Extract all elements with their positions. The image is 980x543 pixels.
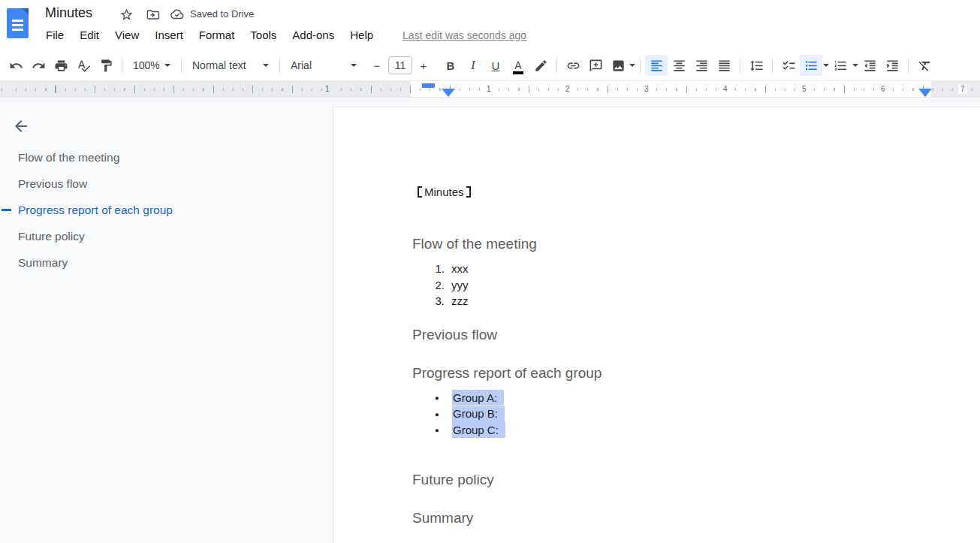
doc-heading-future[interactable]: Future policy	[412, 472, 494, 488]
doc-heading-flow[interactable]: Flow of the meeting	[412, 236, 537, 252]
chevron-down-icon[interactable]	[823, 64, 829, 67]
align-center-button[interactable]	[668, 55, 690, 76]
line-spacing-button[interactable]	[745, 55, 767, 76]
spellcheck-button[interactable]	[72, 55, 95, 76]
menu-tools[interactable]: Tools	[250, 29, 276, 41]
redo-icon	[32, 59, 46, 73]
spellcheck-icon	[77, 59, 91, 73]
left-bracket	[418, 186, 422, 198]
menu-insert[interactable]: Insert	[155, 29, 183, 41]
menu-bar: File Edit View Insert Format Tools Add-o…	[46, 29, 526, 41]
document-title[interactable]: Minutes	[45, 5, 92, 21]
insert-image-button[interactable]	[607, 55, 635, 76]
numbered-list-control[interactable]	[829, 55, 858, 76]
insert-link-button[interactable]	[562, 55, 584, 76]
add-comment-button[interactable]	[584, 55, 607, 76]
zoom-select[interactable]: 100%	[127, 55, 176, 76]
doc-intro-paragraph[interactable]: Minutes	[418, 186, 471, 198]
left-indent-marker[interactable]	[442, 89, 455, 97]
outline-item-flow[interactable]: Flow of the meeting	[0, 144, 285, 170]
outline-item-progress[interactable]: Progress report of each group	[0, 197, 285, 223]
separator	[122, 58, 122, 73]
list-item[interactable]: ● Group C:	[435, 422, 505, 439]
toolbar: 100% Normal text Arial − 11 + B I U A	[0, 50, 980, 81]
doc-heading-progress[interactable]: Progress report of each group	[412, 365, 602, 382]
decrease-indent-button[interactable]	[858, 55, 881, 76]
ruler-number: 7	[958, 84, 967, 94]
list-text[interactable]: xxx	[451, 262, 469, 275]
chevron-down-icon[interactable]	[852, 64, 858, 67]
print-button[interactable]	[50, 55, 72, 76]
font-size-value[interactable]: 11	[388, 56, 412, 74]
font-select[interactable]: Arial	[285, 55, 363, 76]
clear-formatting-button[interactable]	[913, 55, 936, 76]
chevron-down-icon[interactable]	[629, 64, 635, 67]
align-right-button[interactable]	[690, 55, 713, 76]
list-item[interactable]: ● Group A:	[435, 390, 505, 406]
outline-item-future[interactable]: Future policy	[0, 223, 285, 249]
redo-button[interactable]	[27, 55, 50, 76]
comment-icon	[589, 59, 603, 73]
underline-button[interactable]: U	[484, 55, 507, 76]
saved-to-drive-button[interactable]	[169, 6, 185, 23]
paint-format-icon	[99, 59, 113, 73]
selected-text[interactable]: Group A:	[452, 390, 504, 406]
font-size-control: − 11 +	[367, 55, 433, 76]
justify-button[interactable]	[713, 55, 735, 76]
separator	[279, 58, 280, 73]
doc-heading-previous[interactable]: Previous flow	[412, 327, 497, 343]
menu-format[interactable]: Format	[199, 29, 235, 41]
bold-button[interactable]: B	[439, 55, 462, 76]
undo-icon	[9, 59, 23, 73]
list-text[interactable]: yyy	[451, 279, 469, 291]
align-right-icon	[695, 59, 709, 73]
undo-button[interactable]	[5, 55, 27, 76]
list-item[interactable]: 2. yyy	[432, 277, 469, 294]
checklist-button[interactable]	[777, 55, 800, 76]
text-color-button[interactable]: A	[507, 55, 529, 76]
star-button[interactable]	[118, 6, 134, 23]
list-item[interactable]: ● Group B:	[435, 406, 505, 423]
plus-icon: +	[421, 59, 427, 72]
menu-file[interactable]: File	[46, 29, 64, 41]
italic-button[interactable]: I	[462, 55, 484, 76]
first-line-indent-marker[interactable]	[422, 83, 435, 88]
outline-item-summary[interactable]: Summary	[0, 249, 285, 276]
ruler-number: 6	[879, 84, 888, 94]
arrow-left-icon	[12, 117, 30, 135]
increase-font-size-button[interactable]: +	[414, 55, 433, 76]
close-outline-button[interactable]	[11, 116, 31, 136]
saved-status-text: Saved to Drive	[190, 8, 254, 20]
menu-addons[interactable]: Add-ons	[292, 29, 334, 41]
doc-bullet-list: ● Group A: ● Group B: ● Group C:	[435, 390, 505, 439]
list-item[interactable]: 1. xxx	[432, 261, 469, 277]
decrease-font-size-button[interactable]: −	[367, 55, 387, 76]
ruler-number: 3	[642, 84, 651, 94]
right-indent-marker[interactable]	[918, 89, 932, 97]
highlighter-icon	[534, 59, 548, 73]
align-left-icon	[650, 59, 664, 73]
outline-item-previous[interactable]: Previous flow	[0, 170, 285, 197]
bulleted-list-control[interactable]	[800, 55, 829, 76]
menu-view[interactable]: View	[115, 29, 139, 41]
highlight-color-button[interactable]	[529, 55, 552, 76]
numbered-list-button[interactable]	[829, 55, 852, 76]
move-folder-button[interactable]	[144, 6, 161, 23]
document-page[interactable]: Minutes Flow of the meeting 1. xxx 2. yy…	[333, 107, 980, 543]
chevron-down-icon	[351, 64, 357, 67]
bullet-icon: ●	[435, 426, 441, 434]
align-left-button[interactable]	[645, 55, 668, 76]
list-item[interactable]: 3. zzz	[432, 293, 469, 309]
selected-text[interactable]: Group B:	[452, 406, 505, 422]
increase-indent-button[interactable]	[881, 55, 903, 76]
paragraph-style-select[interactable]: Normal text	[186, 55, 275, 76]
bulleted-list-button[interactable]	[800, 55, 822, 76]
list-text[interactable]: zzz	[451, 294, 469, 307]
menu-edit[interactable]: Edit	[80, 29, 99, 41]
selected-text[interactable]: Group C:	[452, 422, 505, 438]
last-edit-link[interactable]: Last edit was seconds ago	[403, 29, 526, 41]
menu-help[interactable]: Help	[350, 29, 373, 41]
paint-format-button[interactable]	[95, 55, 117, 76]
doc-heading-summary[interactable]: Summary	[412, 510, 473, 526]
zoom-value: 100%	[133, 59, 160, 71]
